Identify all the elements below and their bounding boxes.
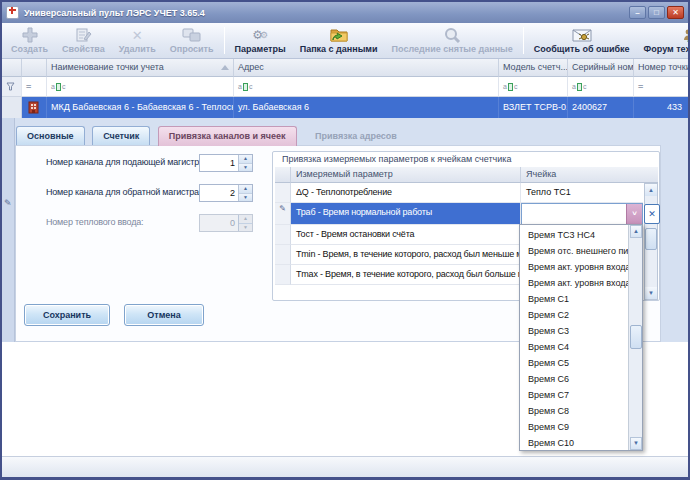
return-channel-stepper[interactable]: 2 ▲▼	[199, 184, 253, 202]
filter-cell-address[interactable]: ac	[234, 77, 499, 97]
cell-model[interactable]: ВЗЛЕТ ТСРВ-0...	[499, 97, 568, 118]
binding-column-parameter[interactable]: Измеряемый параметр	[291, 167, 521, 183]
close-button[interactable]: ✕	[667, 6, 684, 19]
recent-data-button: Последние снятые данные	[385, 24, 520, 57]
sort-ascending-icon	[221, 65, 229, 70]
scroll-down-icon[interactable]: ▼	[645, 287, 657, 299]
heat-input-label: Номер теплового ввода:	[46, 217, 143, 227]
recent-data-icon	[443, 26, 461, 44]
dropdown-item[interactable]: Время акт. уровня входа 5	[521, 259, 628, 275]
dropdown-item[interactable]: Время С9	[521, 419, 628, 435]
poll-button: Опросить	[163, 24, 221, 57]
data-folder-button[interactable]: Папка с данными	[293, 24, 385, 57]
dropdown-item[interactable]: Время акт. уровня входа 6	[521, 275, 628, 291]
properties-icon	[74, 26, 92, 44]
dropdown-item[interactable]: Время С10	[521, 435, 628, 451]
dropdown-item[interactable]: Время С1	[521, 291, 628, 307]
cell-address[interactable]: ул. Бабаевская 6	[234, 97, 499, 118]
toolbar: Создать Свойства ✕ Удалить Опросить ⚙⚙ П…	[2, 23, 688, 59]
supply-channel-stepper[interactable]: 1 ▲▼	[199, 154, 253, 172]
tab-main[interactable]: Основные	[16, 126, 85, 145]
tab-counter[interactable]: Счетчик	[92, 126, 150, 145]
dropdown-button[interactable]: ˅	[626, 204, 642, 224]
supply-channel-label: Номер канала для подающей магистрали:	[46, 157, 216, 167]
return-channel-label: Номер канала для обратной магистрали:	[46, 187, 211, 197]
spin-down-icon[interactable]: ▼	[239, 194, 252, 202]
column-header-serial[interactable]: Серийный номер ...	[568, 59, 634, 77]
tab-address-binding: Привязка адресов	[304, 126, 408, 145]
tab-channel-cell-binding[interactable]: Привязка каналов и ячеек	[158, 126, 297, 146]
grid-header: Наименование точки учета Адрес Модель сч…	[2, 59, 688, 77]
equals-filter-icon: =	[638, 82, 643, 92]
dropdown-item[interactable]: Время С8	[521, 403, 628, 419]
cell-editor[interactable]: ˅	[521, 203, 643, 225]
filter-cell-serial[interactable]: ac	[568, 77, 634, 97]
app-window: Универсальный пульт ЛЭРС УЧЕТ 3.65.4 – □…	[0, 0, 690, 480]
binding-row-selected[interactable]: ✎ Траб - Время нормальной работы ˅	[275, 203, 643, 225]
data-folder-icon	[329, 26, 349, 44]
cell-point-number[interactable]: 433	[634, 97, 688, 118]
dropdown-item[interactable]: Время С6	[521, 371, 628, 387]
binding-grid-scrollbar[interactable]: ▲ ▼	[644, 183, 658, 300]
delete-icon: ✕	[132, 26, 143, 44]
scrollbar-thumb[interactable]	[630, 325, 642, 349]
scroll-up-icon[interactable]: ▲	[630, 225, 642, 238]
filter-cell-name[interactable]: ac	[47, 77, 234, 97]
parameters-icon: ⚙⚙	[252, 26, 268, 44]
dropdown-item[interactable]: Время ТС3 НС4	[521, 227, 628, 243]
dropdown-scrollbar[interactable]: ▲ ▼	[628, 225, 642, 450]
column-header-point-number[interactable]: Номер точки...	[634, 59, 688, 77]
tab-strip: Основные Счетчик Привязка каналов и ячее…	[16, 126, 413, 146]
cell-dropdown-popup: Время ТС3 НС4 Время отс. внешнего питани…	[519, 224, 643, 451]
building-icon	[28, 101, 39, 114]
report-error-icon	[572, 26, 592, 44]
filter-cell-model[interactable]: ac	[499, 77, 568, 97]
maximize-button[interactable]: □	[648, 6, 665, 19]
dropdown-item[interactable]: Время С3	[521, 323, 628, 339]
scroll-up-icon[interactable]: ▲	[645, 184, 657, 196]
cell-serial[interactable]: 2400627	[568, 97, 634, 118]
text-filter-icon: ac	[503, 83, 517, 91]
spin-up-icon[interactable]: ▲	[239, 155, 252, 164]
filter-row-indicator	[2, 77, 22, 97]
save-button[interactable]: Сохранить	[24, 304, 110, 326]
table-row[interactable]: МКД Бабаевская 6 - Бабаевская 6 - Теплос…	[2, 97, 688, 118]
properties-button: Свойства	[55, 24, 112, 57]
column-header-address[interactable]: Адрес	[234, 59, 499, 77]
dropdown-item[interactable]: Время С2	[521, 307, 628, 323]
column-header-model[interactable]: Модель счетч...	[499, 59, 568, 77]
filter-row: = ac ac ac ac =	[2, 77, 688, 97]
dropdown-item[interactable]: Время С4	[521, 339, 628, 355]
filter-cell-icon[interactable]: =	[22, 77, 47, 97]
binding-grid-indicator-header	[275, 167, 291, 183]
spin-down-icon[interactable]: ▼	[239, 164, 252, 172]
cell-name[interactable]: МКД Бабаевская 6 - Бабаевская 6 - Теплос…	[47, 97, 234, 118]
toolbar-separator	[523, 27, 524, 54]
spin-down-icon: ▼	[239, 224, 252, 232]
scrollbar-thumb[interactable]	[645, 228, 657, 250]
cancel-button[interactable]: Отмена	[124, 304, 204, 326]
cell-editor-input[interactable]	[522, 204, 626, 224]
minimize-button[interactable]: –	[629, 6, 646, 19]
scroll-down-icon[interactable]: ▼	[630, 437, 642, 450]
binding-row[interactable]: ΔQ - Теплопотребление Тепло ТС1	[275, 183, 643, 203]
text-filter-icon: ac	[238, 83, 252, 91]
spin-up-icon[interactable]: ▲	[239, 185, 252, 194]
support-forum-button[interactable]: Форум техподдержки	[637, 24, 690, 57]
clear-cell-button[interactable]: ✕	[644, 204, 660, 224]
filter-cell-point-number[interactable]: =	[634, 77, 688, 97]
toolbar-separator	[224, 27, 225, 54]
create-button: Создать	[4, 24, 55, 57]
parameters-button[interactable]: ⚙⚙ Параметры	[228, 24, 293, 57]
column-header-name[interactable]: Наименование точки учета	[47, 59, 234, 77]
poll-icon	[182, 26, 202, 44]
dropdown-item[interactable]: Время С7	[521, 387, 628, 403]
report-error-button[interactable]: Сообщить об ошибке	[527, 24, 637, 57]
title-bar: Универсальный пульт ЛЭРС УЧЕТ 3.65.4 – □…	[2, 2, 688, 23]
dropdown-item[interactable]: Время С5	[521, 355, 628, 371]
dropdown-item[interactable]: Время отс. внешнего питания	[521, 243, 628, 259]
grid-icon-column-header[interactable]	[22, 59, 47, 77]
binding-column-cell[interactable]: Ячейка	[521, 167, 658, 183]
point-type-icon-cell	[22, 97, 47, 118]
equals-filter-icon: =	[26, 82, 31, 92]
